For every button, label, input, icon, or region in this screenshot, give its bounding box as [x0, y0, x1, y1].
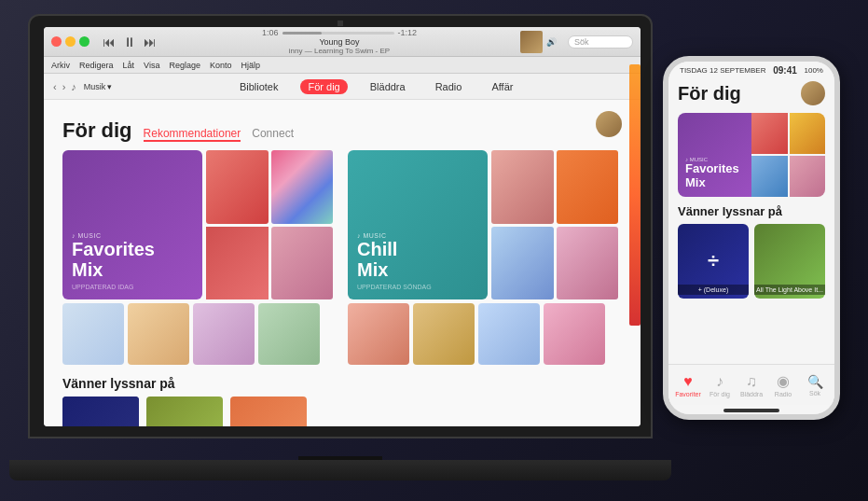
iphone-tab-bladra[interactable]: ♫ Bläddra [736, 373, 767, 397]
album-1[interactable] [62, 303, 124, 365]
back-arrow[interactable]: ‹ [51, 81, 59, 92]
iphone-tab-radio[interactable]: ◉ Radio [767, 372, 799, 397]
now-playing-center: 1:06 -1:12 Young Boy inny — Learning To … [162, 28, 517, 55]
content-header: För dig Rekommendationer Connect [62, 100, 622, 150]
play-pause-button[interactable]: ⏸ [121, 35, 138, 49]
album-4[interactable] [258, 303, 320, 365]
iphone-friend-album-1[interactable]: ÷ + (Deluxe) [678, 224, 749, 299]
favorites-mix-card[interactable]: ♪ MUSIC Favorites Mix UPPDATERAD IDAG [62, 150, 202, 299]
heart-icon: ♥ [683, 373, 693, 390]
time-remaining: -1:12 [398, 28, 418, 37]
favorites-mix-images [206, 150, 333, 299]
chill-album-1[interactable] [348, 303, 409, 365]
album-2[interactable] [128, 303, 189, 365]
next-button[interactable]: ⏭ [142, 35, 158, 49]
menu-reglage[interactable]: Reglage [169, 61, 200, 70]
tab-rekommendationer[interactable]: Rekommendationer [144, 127, 241, 142]
maximize-button[interactable] [79, 36, 90, 47]
mix-image-2 [271, 150, 334, 224]
laptop: ⏮ ⏸ ⏭ 1:06 -1:12 Young Boy i [28, 14, 662, 480]
friend-album-3[interactable] [230, 397, 307, 426]
friends-section-label: Vänner lyssnar på [62, 376, 622, 391]
laptop-body: ⏮ ⏸ ⏭ 1:06 -1:12 Young Boy i [28, 14, 653, 438]
iphone-tab-sok[interactable]: 🔍 Sök [799, 374, 831, 397]
favorites-mix-row: ♪ MUSIC Favorites Mix UPPDATERAD IDAG [62, 150, 333, 299]
tab-afar[interactable]: Affär [484, 79, 520, 94]
iphone-friends-label: Vänner lyssnar på [678, 204, 825, 218]
profile-avatar[interactable] [596, 111, 622, 137]
iphone-mix-img-1 [751, 113, 788, 154]
tab-for-dig[interactable]: För dig [300, 79, 347, 94]
volume-up-button [663, 127, 665, 150]
iphone-profile-avatar[interactable] [801, 81, 825, 105]
friend-album-2[interactable] [146, 397, 223, 426]
chill-album-4[interactable] [544, 303, 605, 365]
menu-visa[interactable]: Visa [144, 61, 159, 70]
song-title: Young Boy [319, 37, 359, 47]
mix-image-4 [271, 227, 334, 300]
progress-bar[interactable] [282, 32, 394, 35]
iphone-friends-row: ÷ + (Deluxe) All The Light Above It... [678, 224, 825, 299]
mix-image-1 [206, 150, 269, 224]
iphone-tabbar: ♥ Favoriter ♪ För dig ♫ Bläddra ◉ Radio … [668, 364, 834, 405]
itunes-window: ⏮ ⏸ ⏭ 1:06 -1:12 Young Boy i [44, 27, 641, 426]
minimize-button[interactable] [65, 36, 76, 47]
laptop-camera [338, 21, 343, 26]
favorites-mix-section: ♪ MUSIC Favorites Mix UPPDATERAD IDAG [62, 150, 333, 365]
mix-image-3 [206, 227, 269, 300]
menu-arkiv[interactable]: Arkiv [51, 61, 70, 70]
chill-albums-row [348, 303, 618, 365]
prev-button[interactable]: ⏮ [101, 35, 117, 49]
iphone-tab-for-dig[interactable]: ♪ För dig [704, 373, 736, 397]
chill-album-3[interactable] [478, 303, 540, 365]
dropdown-arrow-icon[interactable]: ▾ [107, 82, 112, 91]
iphone-tab-sok-label: Sök [809, 390, 820, 397]
iphone-time: 09:41 [773, 65, 797, 76]
home-indicator[interactable] [723, 409, 779, 412]
forward-arrow[interactable]: › [61, 81, 68, 92]
main-content: För dig Rekommendationer Connect ♪ MUSIC [44, 100, 641, 426]
iphone-mix-card[interactable]: ♪ MUSIC Favorites Mix [678, 113, 825, 197]
chill-mix-title: Chill Mix [357, 239, 478, 280]
iphone-tab-radio-label: Radio [775, 391, 792, 397]
close-button[interactable] [51, 36, 62, 47]
tab-radio[interactable]: Radio [428, 79, 470, 94]
menu-lat[interactable]: Låt [123, 61, 135, 70]
friend-album-1[interactable]: ÷ [62, 397, 139, 426]
radio-icon: ◉ [777, 372, 790, 390]
music-label: Musik ▾ [84, 82, 113, 91]
iphone-friend-album-2[interactable]: All The Light Above It... [754, 224, 825, 299]
menu-redigera[interactable]: Redigera [79, 61, 114, 70]
progress-bar-container: 1:06 -1:12 [262, 28, 417, 37]
iphone-mix-img-2 [790, 113, 826, 154]
volume-down-button [663, 155, 665, 178]
iphone-tab-for-dig-label: För dig [710, 391, 730, 397]
chill-mix-images [491, 150, 618, 299]
iphone-mix-right [751, 113, 825, 197]
laptop-base [9, 460, 671, 480]
favorites-albums-row [62, 303, 333, 365]
chill-image-3 [491, 227, 554, 300]
album-3[interactable] [193, 303, 255, 365]
chill-image-4 [557, 227, 619, 300]
apple-music-label: ♪ MUSIC [72, 232, 193, 239]
navbar: ‹ › ♪ Musik ▾ Bibliotek För dig Bläddra … [44, 74, 641, 100]
favorites-updated: UPPDATERAD IDAG [72, 284, 193, 290]
tab-connect[interactable]: Connect [252, 127, 294, 140]
note-icon: ♪ [716, 373, 723, 390]
song-detail: inny — Learning To Swim - EP [289, 47, 390, 55]
tab-bladra[interactable]: Bläddra [363, 79, 413, 94]
iphone-tab-favoriter-label: Favoriter [675, 391, 701, 397]
iphone-tab-favoriter[interactable]: ♥ Favoriter [672, 373, 704, 397]
tab-bibliotek[interactable]: Bibliotek [232, 79, 286, 94]
chill-mix-card[interactable]: ♪ MUSIC Chill Mix UPPDATERAD SÖNDAG [348, 150, 488, 299]
chill-image-1 [491, 150, 554, 224]
iphone-statusbar: TISDAG 12 SEPTEMBER 09:41 100% [668, 62, 834, 77]
search-box[interactable]: Sök [568, 35, 633, 49]
menu-konto[interactable]: Konto [210, 61, 232, 70]
nav-arrows: ‹ › [51, 81, 67, 92]
menu-hjalp[interactable]: Hjälp [241, 61, 260, 70]
menubar: Arkiv Redigera Låt Visa Reglage Konto Hj… [44, 57, 641, 74]
chill-album-2[interactable] [413, 303, 475, 365]
browse-icon: ♫ [746, 373, 757, 390]
